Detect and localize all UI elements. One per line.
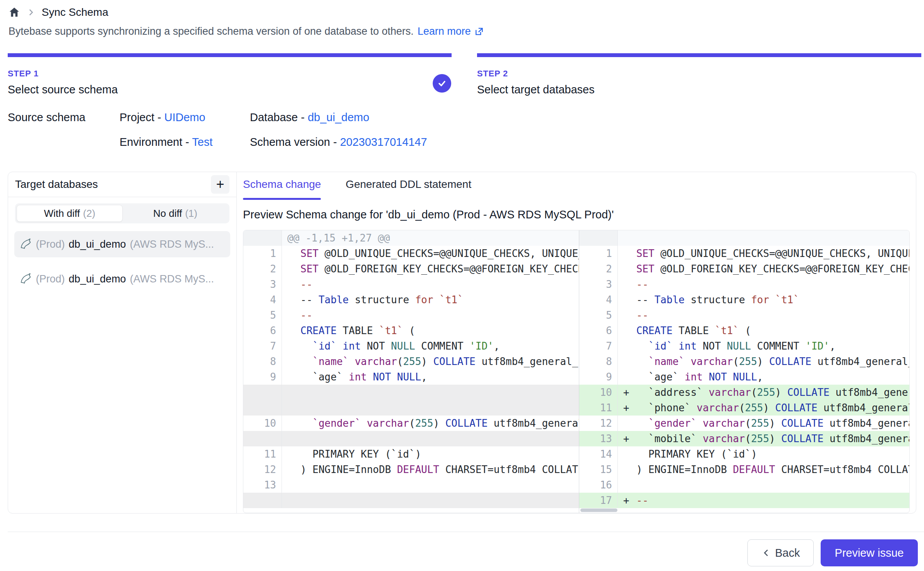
- diff-row: 12 `gender` varchar(255) COLLATE utf8mb4…: [579, 416, 909, 431]
- source-field-link[interactable]: 20230317014147: [340, 136, 427, 148]
- diff-row: 13: [243, 477, 579, 493]
- diff-row: 1SET @OLD_UNIQUE_CHECKS=@@UNIQUE_CHECKS,…: [243, 246, 579, 261]
- diff-filter-tab-with-diff[interactable]: With diff(2): [17, 205, 123, 222]
- diff-row-content: PRIMARY KEY (`id`): [618, 446, 909, 462]
- line-number: 11: [579, 400, 618, 416]
- diff-row: [243, 400, 579, 416]
- source-field-UIDemo: Project - UIDemo: [120, 111, 205, 124]
- horizontal-scrollbar-thumb[interactable]: [580, 508, 617, 512]
- diff-marker: [618, 462, 636, 477]
- diff-row-content: [282, 477, 579, 493]
- line-number: 5: [243, 307, 282, 323]
- code-line: [300, 385, 579, 400]
- target-database-item[interactable]: (Prod)db_ui_demo(AWS RDS MyS...: [14, 266, 230, 292]
- preview-issue-button[interactable]: Preview issue: [821, 539, 918, 566]
- home-icon[interactable]: [8, 7, 20, 18]
- diff-row: 15) ENGINE=InnoDB DEFAULT CHARSET=utf8mb…: [579, 462, 909, 477]
- diff-row: 10 `gender` varchar(255) COLLATE utf8mb4…: [243, 416, 579, 431]
- step1-complete-check-icon: [433, 74, 451, 93]
- diff-row: [579, 230, 909, 246]
- footer-divider: [8, 532, 924, 532]
- line-number: 7: [579, 338, 618, 354]
- database-instance: (AWS RDS MyS...: [130, 273, 214, 285]
- step2-title: Select target databases: [477, 83, 595, 96]
- line-number: 12: [579, 416, 618, 431]
- back-button[interactable]: Back: [747, 539, 814, 566]
- source-field-link[interactable]: UIDemo: [164, 111, 205, 123]
- diff-row-content: [282, 431, 579, 446]
- diff-row: 1SET @OLD_UNIQUE_CHECKS=@@UNIQUE_CHECKS,…: [579, 246, 909, 261]
- diff-pane-target: 1SET @OLD_UNIQUE_CHECKS=@@UNIQUE_CHECKS,…: [579, 230, 909, 513]
- diff-row-content: `id` int NOT NULL COMMENT 'ID',: [282, 338, 579, 354]
- diff-row: [243, 385, 579, 400]
- diff-row-content: [282, 385, 579, 400]
- diff-filter-tab-label: No diff: [153, 208, 182, 220]
- target-database-item[interactable]: (Prod)db_ui_demo(AWS RDS MyS...: [14, 231, 230, 257]
- diff-filter-tab-count: (1): [185, 208, 197, 220]
- source-field-link[interactable]: Test: [192, 136, 212, 148]
- diff-marker: [282, 338, 300, 354]
- diff-marker: [618, 369, 636, 385]
- diff-row-content: SET @OLD_FOREIGN_KEY_CHECKS=@@FOREIGN_KE…: [282, 261, 579, 277]
- tab-generated-ddl-statement[interactable]: Generated DDL statement: [346, 178, 471, 200]
- line-number: 9: [243, 369, 282, 385]
- diff-marker: [282, 431, 300, 446]
- line-number: 10: [579, 385, 618, 400]
- diff-row-content: PRIMARY KEY (`id`): [282, 446, 579, 462]
- target-databases-header: Target databases +: [8, 172, 236, 197]
- diff-row: 6CREATE TABLE `t1` (: [243, 323, 579, 338]
- diff-marker: [282, 446, 300, 462]
- breadcrumb: Sync Schema: [8, 4, 108, 21]
- diff-row: 9 `age` int NOT NULL,: [579, 369, 909, 385]
- diff-marker: [282, 462, 300, 477]
- code-line: `gender` varchar(255) COLLATE utf8mb4_ge…: [300, 416, 579, 431]
- diff-row-content: --: [618, 307, 909, 323]
- source-field-db_ui_demo: Database - db_ui_demo: [250, 111, 369, 124]
- code-line: `age` int NOT NULL,: [636, 369, 909, 385]
- line-number: [243, 400, 282, 416]
- diff-marker: [618, 277, 636, 292]
- chevron-left-icon: [761, 548, 771, 558]
- mysql-icon: [20, 238, 32, 250]
- code-line: -- Table structure for `t1`: [300, 292, 579, 307]
- code-line: [300, 400, 579, 416]
- code-line: `name` varchar(255) COLLATE utf8mb4_gene…: [300, 354, 579, 369]
- code-line: SET @OLD_UNIQUE_CHECKS=@@UNIQUE_CHECKS, …: [300, 246, 579, 261]
- footer-actions: Back Preview issue: [747, 539, 918, 566]
- line-number: 8: [579, 354, 618, 369]
- diff-marker: [282, 400, 300, 416]
- diff-marker: [618, 246, 636, 261]
- line-number: 10: [243, 416, 282, 431]
- diff-marker: [618, 338, 636, 354]
- diff-row-content: `name` varchar(255) COLLATE utf8mb4_gene…: [282, 354, 579, 369]
- line-number: 3: [243, 277, 282, 292]
- diff-marker: [618, 323, 636, 338]
- code-line: `address` varchar(255) COLLATE utf8mb4_g…: [636, 385, 909, 400]
- line-number: 4: [579, 292, 618, 307]
- tab-schema-change[interactable]: Schema change: [243, 178, 321, 200]
- diff-marker: +: [618, 385, 636, 400]
- diff-row: 2SET @OLD_FOREIGN_KEY_CHECKS=@@FOREIGN_K…: [579, 261, 909, 277]
- diff-row-content: + `address` varchar(255) COLLATE utf8mb4…: [618, 385, 909, 400]
- source-field-link[interactable]: db_ui_demo: [308, 111, 369, 123]
- line-number: 9: [579, 369, 618, 385]
- line-number: 8: [243, 354, 282, 369]
- line-number: [243, 431, 282, 446]
- diff-marker: [282, 246, 300, 261]
- code-line: SET @OLD_FOREIGN_KEY_CHECKS=@@FOREIGN_KE…: [300, 261, 579, 277]
- code-line: `gender` varchar(255) COLLATE utf8mb4_ge…: [636, 416, 909, 431]
- line-number: 1: [243, 246, 282, 261]
- diff-marker: [282, 307, 300, 323]
- line-number: 5: [579, 307, 618, 323]
- diff-filter-tab-no-diff[interactable]: No diff(1): [123, 205, 228, 222]
- diff-row: 11+ `phone` varchar(255) COLLATE utf8mb4…: [579, 400, 909, 416]
- add-target-database-button[interactable]: +: [211, 175, 229, 194]
- learn-more-link[interactable]: Learn more: [418, 25, 484, 37]
- diff-row-content: -- Table structure for `t1`: [618, 292, 909, 307]
- code-line: SET @OLD_UNIQUE_CHECKS=@@UNIQUE_CHECKS, …: [636, 246, 909, 261]
- code-line: SET @OLD_FOREIGN_KEY_CHECKS=@@FOREIGN_KE…: [636, 261, 909, 277]
- code-line: `age` int NOT NULL,: [300, 369, 579, 385]
- database-environment: (Prod): [36, 238, 65, 250]
- diff-marker: [282, 416, 300, 431]
- line-number: 13: [579, 431, 618, 446]
